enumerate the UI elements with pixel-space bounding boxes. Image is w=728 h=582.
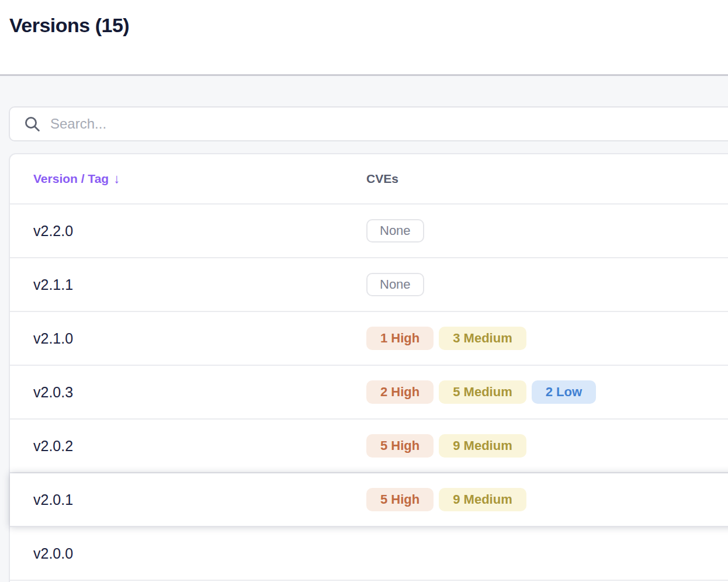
cve-badge-high[interactable]: 5 High — [366, 434, 434, 458]
table-row[interactable]: v2.0.0 — [10, 527, 728, 581]
row-cves-cell: None — [366, 219, 728, 243]
table-row[interactable]: v2.0.3 2 High5 Medium2 Low — [10, 366, 728, 420]
table-row[interactable]: v2.1.0 1 High3 Medium — [10, 312, 728, 366]
column-header-cves: CVEs — [366, 172, 728, 186]
column-header-version-tag[interactable]: Version / Tag ↓ — [10, 171, 366, 186]
cve-badge-low[interactable]: 2 Low — [532, 380, 596, 404]
versions-table: Version / Tag ↓ CVEs v2.2.0 None v2.1.1 … — [9, 153, 728, 582]
table-row[interactable]: v2.1.1 None — [10, 258, 728, 312]
row-version-label: v2.2.0 — [33, 223, 73, 239]
row-cves-cell: 2 High5 Medium2 Low — [366, 380, 728, 404]
table-row[interactable]: v2.2.0 None — [10, 205, 728, 258]
content-area: Version / Tag ↓ CVEs v2.2.0 None v2.1.1 … — [0, 76, 728, 582]
version-tag-header-label: Version / Tag — [33, 172, 109, 186]
cve-badge-high[interactable]: 2 High — [366, 380, 434, 404]
row-version-label: v2.1.1 — [33, 276, 73, 293]
sort-descending-icon: ↓ — [113, 171, 120, 186]
row-cves-cell: None — [366, 273, 728, 296]
row-version-label: v2.0.3 — [33, 384, 73, 400]
row-cves-cell: 5 High9 Medium — [366, 434, 728, 458]
table-body: v2.2.0 None v2.1.1 None v2.1.0 1 High3 M… — [10, 205, 728, 581]
search-input[interactable] — [50, 116, 728, 132]
search-icon — [24, 116, 41, 133]
cve-badge-none[interactable]: None — [366, 219, 424, 243]
cve-badge-high[interactable]: 5 High — [366, 488, 434, 511]
cve-badge-medium[interactable]: 5 Medium — [439, 380, 526, 404]
page-title: Versions (15) — [9, 14, 728, 37]
cve-badge-high[interactable]: 1 High — [366, 327, 434, 350]
table-header-row: Version / Tag ↓ CVEs — [10, 154, 728, 205]
cve-badge-medium[interactable]: 9 Medium — [439, 488, 526, 511]
page-header: Versions (15) — [0, 0, 728, 74]
row-cves-cell: 5 High9 Medium — [366, 488, 728, 511]
search-box[interactable] — [9, 106, 728, 141]
row-cves-cell: 1 High3 Medium — [366, 327, 728, 350]
cve-badge-none[interactable]: None — [366, 273, 424, 296]
row-version-label: v2.0.0 — [33, 545, 73, 562]
row-version-label: v2.0.2 — [33, 438, 73, 454]
row-version-label: v2.1.0 — [33, 330, 73, 347]
row-version-label: v2.0.1 — [33, 491, 73, 508]
cve-badge-medium[interactable]: 3 Medium — [439, 327, 526, 350]
table-row[interactable]: v2.0.2 5 High9 Medium — [10, 420, 728, 473]
cve-badge-medium[interactable]: 9 Medium — [439, 434, 526, 458]
cves-header-label: CVEs — [366, 172, 398, 186]
table-row[interactable]: v2.0.1 5 High9 Medium — [10, 473, 728, 527]
